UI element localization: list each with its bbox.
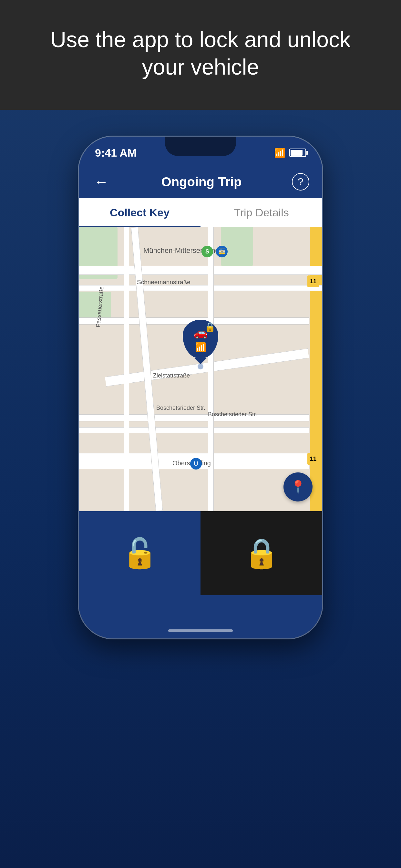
top-banner-text: Use the app to lock and unlock your vehi…: [39, 26, 362, 81]
help-button[interactable]: ?: [292, 173, 309, 190]
car-pin-lock-icon: 🔒: [204, 321, 216, 332]
tab-collect-key[interactable]: Collect Key: [79, 198, 201, 227]
lock-button[interactable]: 🔒: [201, 511, 322, 595]
tram-marker: 🚋: [216, 246, 227, 257]
phone-wrapper: 9:41 AM 📶 ← Ongoing Trip ? Collect Key: [78, 135, 323, 640]
route-11-bottom: 11: [307, 453, 319, 465]
action-buttons: 🔓 🔒: [79, 511, 322, 595]
location-icon: 📍: [290, 479, 306, 495]
s-bahn-marker: S: [202, 246, 213, 257]
route-11-top: 11: [307, 275, 319, 287]
unlock-icon: 🔓: [122, 536, 158, 570]
phone-notch: [165, 136, 236, 156]
map-label-boschets1: Boschetsrieder Str.: [156, 405, 205, 411]
wifi-icon: 📶: [274, 148, 285, 158]
map-container: München-Mittersendling Schneemannstraße …: [79, 227, 322, 511]
green-area-2: [221, 227, 253, 266]
header-title: Ongoing Trip: [161, 175, 242, 189]
home-indicator: [168, 629, 233, 632]
tabs: Collect Key Trip Details: [79, 198, 322, 227]
tab-trip-details[interactable]: Trip Details: [201, 198, 322, 227]
car-pin: 🔒 🚗 📶: [183, 320, 218, 362]
car-pin-dot: [197, 364, 204, 369]
location-button[interactable]: 📍: [283, 472, 312, 501]
phone-frame: 9:41 AM 📶 ← Ongoing Trip ? Collect Key: [78, 135, 323, 640]
map-label-schneemann: Schneemannstraße: [137, 279, 190, 286]
status-time: 9:41 AM: [95, 147, 136, 159]
status-icons: 📶: [274, 148, 306, 158]
unlock-button[interactable]: 🔓: [79, 511, 201, 595]
lock-icon: 🔒: [243, 536, 280, 570]
top-banner: Use the app to lock and unlock your vehi…: [0, 0, 401, 110]
battery-icon: [289, 149, 306, 157]
app-content: ← Ongoing Trip ? Collect Key Trip Detail…: [79, 166, 322, 639]
road-h-boschets: [79, 414, 309, 422]
road-h-1: [79, 266, 322, 275]
map-label-boschets2: Boschetsrieder Str.: [208, 411, 257, 418]
map-label-zielstatt: Zielstattstraße: [153, 372, 190, 379]
road-h-2: [79, 285, 322, 291]
road-v-floß: [208, 227, 214, 511]
car-wifi-icon: 📶: [195, 342, 206, 352]
battery-fill: [290, 150, 303, 156]
back-button[interactable]: ←: [92, 174, 111, 190]
map-background: München-Mittersendling Schneemannstraße …: [79, 227, 322, 511]
u-bahn-marker: U: [190, 458, 202, 469]
car-pin-body: 🔒 🚗 📶: [183, 320, 218, 359]
road-h-boschets2: [79, 427, 309, 433]
app-header: ← Ongoing Trip ?: [79, 166, 322, 198]
road-v-hofmann: [124, 227, 129, 511]
